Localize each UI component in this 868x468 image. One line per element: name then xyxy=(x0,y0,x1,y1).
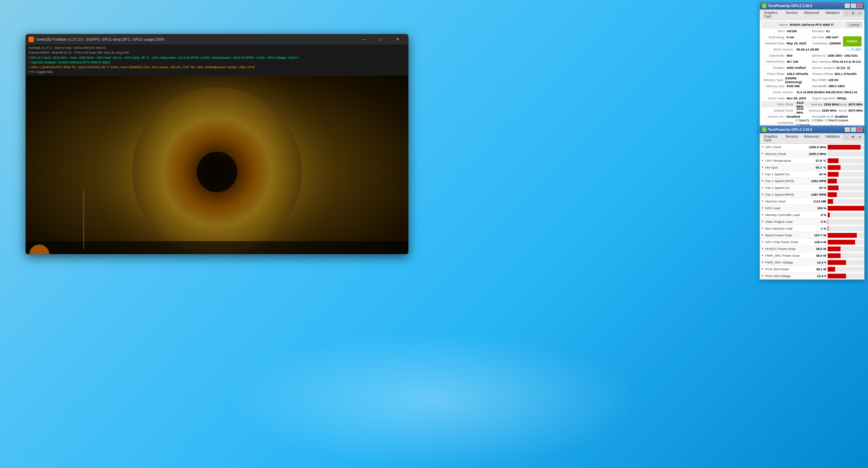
sensor-bar xyxy=(828,213,830,217)
gpuz-main-minimize-btn[interactable]: ─ xyxy=(845,3,850,8)
gpuz-defaultclock-row: Default Clock 2310 MHz Memory 2250 MHz B… xyxy=(761,108,863,114)
gpuz-sensors-close-btn[interactable]: ✕ xyxy=(857,127,862,132)
gpuz-settings-icon[interactable]: ⚙ xyxy=(850,10,856,16)
gpuz-mem-default-label: Memory xyxy=(809,109,822,112)
gpuz-boost-default-label: Boost xyxy=(839,109,848,112)
gpuz-opencl-checkbox: ☑ OpenCL xyxy=(795,119,810,122)
gpuz-sensors-copy-icon[interactable]: ⬚ xyxy=(843,134,849,140)
gpuz-tab-validation[interactable]: Validation xyxy=(823,10,843,19)
gpuz-bus-info-icon[interactable]: ℹ xyxy=(860,60,861,63)
sensor-dropdown-icon[interactable]: ▼ xyxy=(761,274,765,277)
gpuz-texture-fillrate-value: 363.1 GTexel/s xyxy=(834,72,856,76)
gpuz-transistors-value: 22900M xyxy=(829,41,841,45)
gpuz-sli-value: Disabled xyxy=(787,115,800,118)
gpuz-main-close-btn[interactable]: ✕ xyxy=(857,3,862,8)
sensor-dropdown-icon[interactable]: ▼ xyxy=(761,240,765,243)
gpuz-mem-default-value: 2250 MHz xyxy=(822,109,839,112)
sensor-bar-container xyxy=(828,274,864,278)
gpuz-copy-icon[interactable]: ⬚ xyxy=(843,10,849,16)
gpuz-sensors-tab-graphics-card[interactable]: Graphics Card xyxy=(761,134,782,143)
sensor-dropdown-icon[interactable]: ▼ xyxy=(761,159,765,162)
sensor-dropdown-icon[interactable]: ▼ xyxy=(761,220,765,223)
gpuz-gpuclock-row: GPU Clock 2310 MHz Memory 2250 MHz Boost… xyxy=(761,101,863,108)
gpuz-sensors-toolbar: ⬚ ⚙ ≡ xyxy=(843,134,863,143)
gpuz-memory-clk-label: Memory xyxy=(811,102,824,106)
gpuz-lookup-button[interactable]: Lookup xyxy=(847,22,862,27)
gpuz-sensors-menu-icon[interactable]: ≡ xyxy=(857,134,863,140)
gpuz-sensors-settings-icon[interactable]: ⚙ xyxy=(850,134,856,140)
gpuz-pixel-fillrate-half: Pixel Fillrate 128.2 GPixel/s xyxy=(761,72,812,76)
furmark-window-controls[interactable]: ─ □ ✕ xyxy=(356,34,406,44)
furmark-logo-text: FurMark xyxy=(35,253,44,254)
furmark-maximize-btn[interactable]: □ xyxy=(373,34,389,44)
sensor-dropdown-icon[interactable]: ▼ xyxy=(761,268,765,271)
sensor-dropdown-icon[interactable]: ▼ xyxy=(761,193,765,196)
gpuz-tab-advanced[interactable]: Advanced xyxy=(801,10,822,19)
sensor-name: ▼ MVDDC Power Draw xyxy=(760,247,804,251)
sensor-name: ▼ GPU Chip Power Draw xyxy=(760,240,804,244)
gpuz-menu-icon[interactable]: ≡ xyxy=(857,10,863,16)
sensor-dropdown-icon[interactable]: ▼ xyxy=(761,166,765,169)
gpuz-memtype-label: Memory Type xyxy=(761,78,785,82)
gpuz-sensors-tab-sensors[interactable]: Sensors xyxy=(783,134,801,143)
furmark-minimize-btn[interactable]: ─ xyxy=(356,34,372,44)
sensor-row: ▼ Hot Spot 45.2 °C xyxy=(760,164,864,171)
gpuz-dx-half: DirectX Support 12 (12_2) xyxy=(812,66,863,70)
gpuz-texture-fillrate-label: Texture Fillrate xyxy=(812,72,834,76)
sensor-label: PCIe Slot Power xyxy=(765,267,789,271)
gpuz-bios-copy-icon[interactable]: ⬚ xyxy=(847,48,851,51)
background-decoration xyxy=(231,332,637,468)
sensor-dropdown-icon[interactable]: ▼ xyxy=(761,179,765,182)
sensor-bar-container xyxy=(828,158,864,163)
gpuz-technology-half: Technology 5 nm xyxy=(761,35,812,39)
gpuz-directcompute-checkbox: ☑ DirectCompute xyxy=(825,119,848,122)
gpuz-revision-label: Revision xyxy=(812,29,826,33)
furmark-close-btn[interactable]: ✕ xyxy=(390,34,406,44)
sensor-dropdown-icon[interactable]: ▼ xyxy=(761,227,765,230)
furmark-graph-line xyxy=(83,191,84,249)
gpuz-tab-graphics-card[interactable]: Graphics Card xyxy=(761,10,782,19)
sensor-dropdown-icon[interactable]: ▼ xyxy=(761,213,765,216)
gpuz-main-window-controls[interactable]: ─ □ ✕ xyxy=(845,3,862,8)
gpuz-sensors-maximize-btn[interactable]: □ xyxy=(851,127,856,132)
sensor-value: 167.7 W xyxy=(804,233,828,237)
gpuz-sensors-minimize-btn[interactable]: ─ xyxy=(845,127,850,132)
sensor-value: 58.5 W xyxy=(804,254,828,257)
gpuz-release-half: Release Date May 18, 2023 xyxy=(761,41,812,45)
furmark-info-line5: > GPU 1 (GeForce RTX 4060 Ti) - cores:23… xyxy=(28,65,406,70)
sensor-value: 1087 RPM xyxy=(804,193,828,196)
sensor-dropdown-icon[interactable]: ▼ xyxy=(761,247,765,250)
gpuz-name-value: NVIDIA GeForce RTX 4060 Ti xyxy=(790,23,847,26)
gpuz-gpu-revision-row: GPU AD106 Revision A1 xyxy=(761,28,863,34)
sensor-bar-container xyxy=(828,172,864,177)
furmark-titlebar-left: Geeks3D FurMark v1.37.2.0 - 243FPS, GPU1… xyxy=(28,37,164,42)
sensor-bar-container xyxy=(828,165,864,170)
sensor-bar xyxy=(828,165,841,170)
sensor-dropdown-icon[interactable]: ▼ xyxy=(761,234,765,237)
sensor-dropdown-icon[interactable]: ▼ xyxy=(761,254,765,257)
sensor-value: 58.5 W xyxy=(804,247,828,251)
gpuz-defaultclock-value: 2310 MHz xyxy=(795,107,809,114)
gpuz-tab-sensors[interactable]: Sensors xyxy=(783,10,801,19)
gpuz-main-titlebar: Z TechPowerUp GPU-Z 2.56.0 ─ □ ✕ xyxy=(760,2,864,9)
sensor-dropdown-icon[interactable]: ▼ xyxy=(761,145,765,149)
sensor-dropdown-icon[interactable]: ▼ xyxy=(761,261,765,264)
gpuz-main-maximize-btn[interactable]: □ xyxy=(851,3,856,8)
gpuz-sensors-tab-validation[interactable]: Validation xyxy=(823,134,843,143)
gpuz-sensors-titlebar: Z TechPowerUp GPU-Z 2.56.0 ─ □ ✕ xyxy=(760,126,864,133)
furmark-eye-pupil xyxy=(197,152,237,192)
sensor-dropdown-icon[interactable]: ▼ xyxy=(761,200,765,203)
gpuz-bandwidth-label: Bandwidth xyxy=(812,84,828,88)
sensor-dropdown-icon[interactable]: ▼ xyxy=(761,207,765,210)
gpuz-main-title: TechPowerUp GPU-Z 2.56.0 xyxy=(768,4,812,8)
gpuz-buswidth-value: 128 bit xyxy=(828,78,838,82)
sensor-bar-container xyxy=(828,186,864,190)
gpuz-sensors-window-controls[interactable]: ─ □ ✕ xyxy=(845,127,862,132)
gpuz-sensors-tab-advanced[interactable]: Advanced xyxy=(801,134,822,143)
gpuz-name-row: Name NVIDIA GeForce RTX 4060 Ti Lookup xyxy=(761,21,863,28)
sensor-row: ▼ Memory Used 1113 MB xyxy=(760,198,864,205)
sensor-dropdown-icon[interactable]: ▼ xyxy=(761,152,765,155)
sensor-dropdown-icon[interactable]: ▼ xyxy=(761,173,765,176)
sensor-name: ▼ GPU Clock xyxy=(760,145,804,149)
sensor-dropdown-icon[interactable]: ▼ xyxy=(761,186,765,189)
